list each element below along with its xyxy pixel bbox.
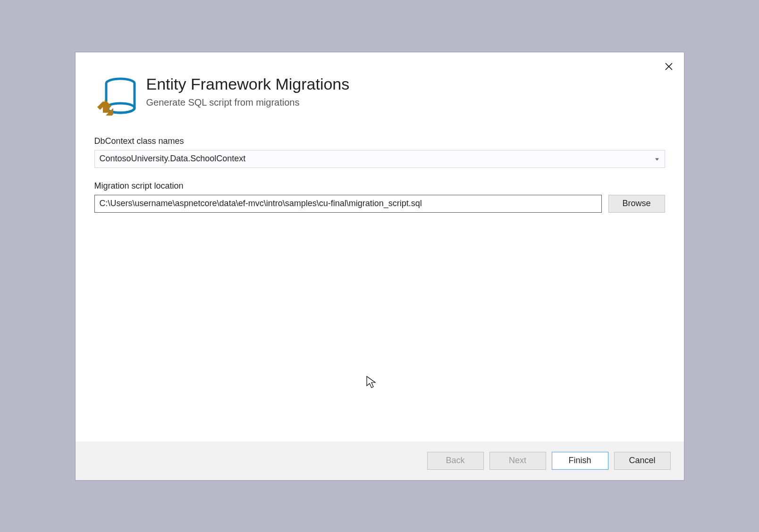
dialog-header: Entity Framework Migrations Generate SQL… bbox=[76, 52, 684, 136]
finish-button[interactable]: Finish bbox=[552, 452, 608, 470]
next-button[interactable]: Next bbox=[489, 452, 546, 470]
dbcontext-dropdown[interactable]: ContosoUniversity.Data.SchoolContext bbox=[94, 150, 665, 168]
location-label: Migration script location bbox=[94, 181, 665, 191]
migrations-icon bbox=[94, 75, 137, 122]
location-row: Browse bbox=[94, 195, 665, 213]
dialog-content: DbContext class names ContosoUniversity.… bbox=[76, 136, 684, 441]
dialog-title: Entity Framework Migrations bbox=[146, 75, 350, 93]
dbcontext-label: DbContext class names bbox=[94, 136, 665, 146]
location-group: Migration script location Browse bbox=[94, 181, 665, 213]
dialog-subtitle: Generate SQL script from migrations bbox=[146, 97, 350, 108]
browse-button[interactable]: Browse bbox=[608, 195, 665, 213]
back-button[interactable]: Back bbox=[427, 452, 484, 470]
close-icon bbox=[665, 63, 673, 70]
dbcontext-group: DbContext class names ContosoUniversity.… bbox=[94, 136, 665, 168]
title-block: Entity Framework Migrations Generate SQL… bbox=[146, 75, 350, 108]
close-button[interactable] bbox=[663, 61, 675, 72]
cancel-button[interactable]: Cancel bbox=[614, 452, 671, 470]
location-input[interactable] bbox=[94, 195, 602, 213]
dialog-window: Entity Framework Migrations Generate SQL… bbox=[75, 52, 684, 481]
dbcontext-value: ContosoUniversity.Data.SchoolContext bbox=[100, 154, 246, 164]
dialog-footer: Back Next Finish Cancel bbox=[76, 441, 684, 480]
